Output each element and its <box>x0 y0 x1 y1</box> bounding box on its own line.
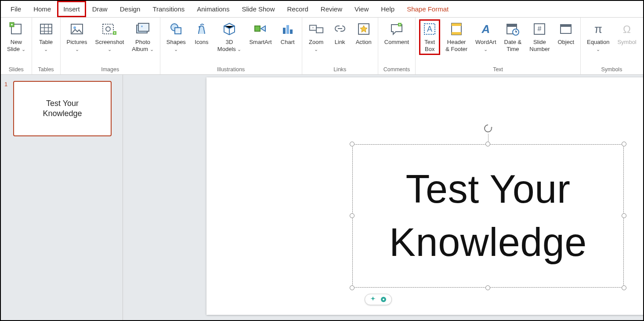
3d-models-button[interactable]: 3D Models ⌄ <box>215 19 244 55</box>
zoom-button[interactable]: Zoom⌄ <box>306 19 327 55</box>
slide-title-text[interactable]: Test Your Knowledge <box>352 144 624 288</box>
rotation-handle[interactable] <box>483 123 493 134</box>
header-footer-label: Header & Footer <box>445 39 467 53</box>
svg-text:Ω: Ω <box>623 23 631 35</box>
text-box-icon: A <box>422 21 438 37</box>
photo-album-button[interactable]: Photo Album ⌄ <box>129 19 156 55</box>
slide-canvas[interactable]: Test Your Knowledge <box>206 77 644 315</box>
new-slide-icon <box>8 21 24 37</box>
svg-rect-26 <box>452 32 461 35</box>
icons-button[interactable]: Icons <box>191 19 212 47</box>
table-button[interactable]: Table⌄ <box>36 19 57 55</box>
menu-insert[interactable]: Insert <box>57 1 86 17</box>
group-illustrations: Shapes⌄ Icons 3D Models ⌄ SmartArt <box>160 18 302 74</box>
slide-number-button[interactable]: # Slide Number <box>527 19 552 55</box>
photo-album-icon <box>135 21 151 37</box>
action-star-icon <box>356 21 372 37</box>
date-time-label: Date & Time <box>504 39 522 53</box>
symbol-label: Symbol <box>617 39 636 46</box>
menu-file[interactable]: File <box>4 1 27 17</box>
svg-rect-12 <box>175 28 181 34</box>
zoom-label: Zoom <box>309 39 323 45</box>
equation-label: Equation <box>587 39 609 45</box>
svg-rect-25 <box>452 23 461 26</box>
comment-icon <box>389 21 405 37</box>
svg-rect-15 <box>283 28 286 34</box>
group-tables: Table⌄ Tables <box>32 18 61 74</box>
menu-shape-format[interactable]: Shape Format <box>401 1 455 17</box>
object-button[interactable]: Object <box>555 19 577 47</box>
text-box-label: Text Box <box>424 39 435 53</box>
text-box-button[interactable]: A Text Box <box>419 19 440 55</box>
pictures-icon <box>69 21 85 37</box>
group-text-label: Text <box>419 66 577 73</box>
group-images-label: Images <box>64 66 156 73</box>
shapes-button[interactable]: Shapes⌄ <box>164 19 188 55</box>
object-icon <box>558 21 574 37</box>
group-symbols: π Equation⌄ Ω Symbol Symbols <box>581 18 643 74</box>
menu-review[interactable]: Review <box>315 1 348 17</box>
floating-suggestions-toolbar[interactable] <box>365 294 392 305</box>
icons-label: Icons <box>195 39 208 46</box>
workspace: 1 Test Your Knowledge Test Your Knowled <box>1 75 643 320</box>
slide-editor[interactable]: Test Your Knowledge <box>123 75 643 320</box>
svg-text:π: π <box>594 22 602 36</box>
action-button[interactable]: Action <box>353 19 374 47</box>
group-text: A Text Box Header & Footer A WordArt⌄ <box>416 18 581 74</box>
group-slides-label: Slides <box>4 66 28 73</box>
thumbnail-title: Test Your Knowledge <box>43 98 82 119</box>
svg-point-4 <box>73 26 76 29</box>
chart-button[interactable]: Chart <box>277 19 298 47</box>
svg-rect-5 <box>103 24 113 34</box>
group-illustrations-label: Illustrations <box>164 66 298 73</box>
menu-design[interactable]: Design <box>114 1 147 17</box>
date-time-button[interactable]: Date & Time <box>502 19 525 55</box>
chart-icon <box>280 21 296 37</box>
zoom-icon <box>308 21 324 37</box>
menu-slideshow[interactable]: Slide Show <box>235 1 281 17</box>
screenshot-button[interactable]: Screenshot⌄ <box>93 19 127 55</box>
svg-rect-17 <box>290 29 293 34</box>
title-text-box[interactable]: Test Your Knowledge <box>352 144 624 288</box>
menu-animations[interactable]: Animations <box>191 1 235 17</box>
svg-rect-34 <box>561 25 571 27</box>
menu-transitions[interactable]: Transitions <box>146 1 191 17</box>
screenshot-label: Screenshot <box>95 39 124 45</box>
svg-point-6 <box>106 27 110 31</box>
shapes-icon <box>168 21 184 37</box>
symbol-icon: Ω <box>619 21 635 37</box>
menu-record[interactable]: Record <box>281 1 314 17</box>
group-tables-label: Tables <box>36 66 57 73</box>
svg-rect-16 <box>286 25 289 34</box>
group-images: Pictures⌄ Screenshot⌄ Photo Album ⌄ Imag… <box>61 18 160 74</box>
smartart-label: SmartArt <box>249 39 271 46</box>
group-links: Zoom⌄ Link Action Links <box>302 18 378 74</box>
menu-home[interactable]: Home <box>27 1 57 17</box>
table-icon <box>38 21 54 37</box>
equation-button[interactable]: π Equation⌄ <box>584 19 612 55</box>
svg-point-13 <box>199 26 200 28</box>
wordart-icon: A <box>478 21 494 37</box>
wordart-button[interactable]: A WordArt⌄ <box>473 19 499 55</box>
new-slide-button[interactable]: New Slide ⌄ <box>4 19 28 55</box>
link-icon <box>332 21 348 37</box>
smartart-button[interactable]: SmartArt <box>246 19 274 47</box>
menu-help[interactable]: Help <box>375 1 401 17</box>
svg-rect-19 <box>316 28 323 33</box>
slide-thumbnail-1[interactable]: Test Your Knowledge <box>13 81 112 136</box>
menu-draw[interactable]: Draw <box>86 1 114 17</box>
header-footer-button[interactable]: Header & Footer <box>443 19 470 55</box>
comment-label: Comment <box>384 39 409 46</box>
pictures-button[interactable]: Pictures⌄ <box>64 19 90 55</box>
symbol-button[interactable]: Ω Symbol <box>615 19 639 47</box>
cube-icon <box>221 21 237 37</box>
object-label: Object <box>558 39 575 46</box>
group-comments: Comment Comments <box>378 18 416 74</box>
pictures-label: Pictures <box>67 39 87 45</box>
menu-view[interactable]: View <box>348 1 375 17</box>
screenshot-icon <box>101 21 117 37</box>
comment-button[interactable]: Comment <box>382 19 412 47</box>
rotation-connector <box>488 134 488 142</box>
svg-point-38 <box>383 299 384 300</box>
link-button[interactable]: Link <box>329 19 351 47</box>
